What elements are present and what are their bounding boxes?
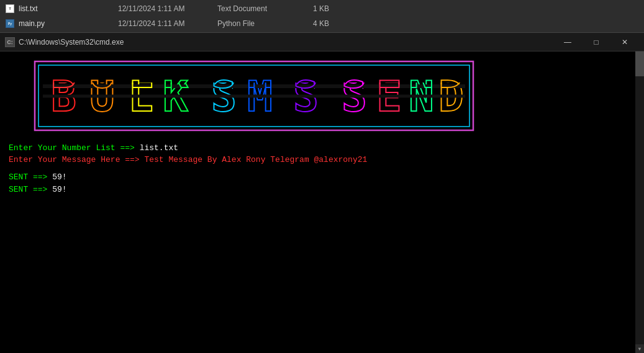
py-file-icon: Py [5, 19, 15, 29]
console-line-sent2: SENT ==> 59! [9, 184, 635, 195]
scrollbar-thumb[interactable] [635, 51, 644, 76]
cmd-title-text: C:\Windows\System32\cmd.exe [19, 38, 553, 47]
file-name-list-txt: list.txt [19, 4, 118, 13]
number-value: list.txt [135, 143, 178, 153]
file-size-list-txt: 1 KB [292, 4, 329, 13]
cmd-window: C: C:\Windows\System32\cmd.exe — □ ✕ B U… [0, 33, 644, 353]
sent2-label: SENT ==> [9, 185, 47, 194]
console-line-sent1: SENT ==> 59! [9, 172, 635, 183]
scrollbar[interactable]: ▲ ▼ [635, 51, 644, 353]
sent1-value: 59! [47, 172, 66, 182]
console-area: B U L K S M S S E N [0, 51, 644, 353]
file-row-main-py[interactable]: Py main.py 12/11/2024 1:11 AM Python Fil… [0, 16, 644, 31]
close-button[interactable]: ✕ [610, 33, 639, 51]
file-date-list-txt: 12/11/2024 1:11 AM [118, 4, 217, 13]
file-date-main-py: 12/11/2024 1:11 AM [118, 19, 217, 28]
bulk-sms-sender-banner: B U L K S M S S E N [34, 60, 474, 132]
message-label: Enter Your Message Here ==> [9, 155, 140, 164]
file-type-list-txt: Text Document [217, 4, 292, 13]
file-row-list-txt[interactable]: T list.txt 12/11/2024 1:11 AM Text Docum… [0, 1, 644, 16]
scrollbar-arrow-down[interactable]: ▼ [635, 344, 644, 353]
console-line-number: Enter Your Number List ==> list.txt [9, 143, 635, 154]
file-type-main-py: Python File [217, 19, 292, 28]
number-label: Enter Your Number List ==> [9, 143, 135, 153]
window-controls: — □ ✕ [553, 33, 639, 51]
cmd-icon: C: [5, 37, 15, 47]
cmd-title-bar: C: C:\Windows\System32\cmd.exe — □ ✕ [0, 33, 644, 51]
file-bar: T list.txt 12/11/2024 1:11 AM Text Docum… [0, 0, 644, 33]
minimize-button[interactable]: — [553, 33, 582, 51]
sent2-value: 59! [47, 185, 66, 194]
banner-wrapper: B U L K S M S S E N [34, 60, 635, 134]
console-line-message: Enter Your Message Here ==> Test Message… [9, 154, 635, 166]
sent1-label: SENT ==> [9, 172, 47, 182]
file-name-main-py: main.py [19, 19, 118, 28]
txt-file-icon: T [5, 4, 15, 14]
file-size-main-py: 4 KB [292, 19, 329, 28]
maximize-button[interactable]: □ [582, 33, 610, 51]
message-value: Test Message By Alex Rony Telegram @alex… [140, 155, 368, 164]
